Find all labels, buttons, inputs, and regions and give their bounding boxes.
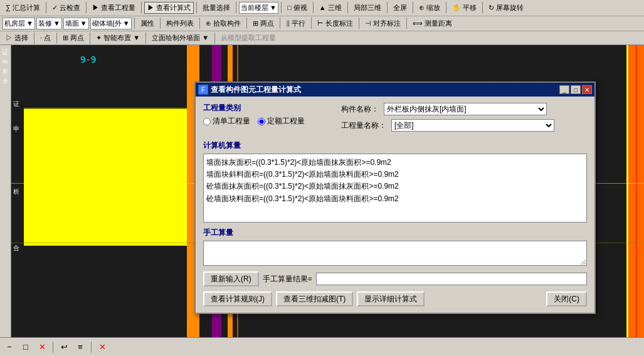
toolbar-wall-face[interactable]: 墙面▼	[63, 18, 89, 29]
toolbar-decor[interactable]: 装修▼	[36, 18, 62, 29]
toolbar-length-dim[interactable]: ⊢ 长度标注	[314, 18, 356, 29]
toolbar-view-formula[interactable]: ▶ 查看计算式	[144, 2, 194, 14]
toolbar-row3: ▷ 选择 · 点 ⊞ 两点 ✦ 智能布置 ▼ 立面绘制外墙面 ▼ 从模型提取工程…	[0, 31, 644, 45]
toolbar-3d[interactable]: ▲ 三维	[316, 2, 345, 14]
toolbar-local-3d[interactable]: 局部三维	[351, 2, 384, 14]
bottom-minus[interactable]: −	[3, 340, 16, 354]
toolbar-summary[interactable]: ∑ 汇总计算	[3, 2, 43, 14]
toolbar-measure[interactable]: ⟺ 测量距离	[409, 18, 455, 29]
toolbar-2pts[interactable]: ⊞ 两点	[60, 32, 87, 44]
toolbar-two-points[interactable]: ⊞ 两点	[250, 18, 277, 29]
manual-calc-title: 手工算量	[203, 228, 587, 238]
toolbar-component-list[interactable]: 构件列表	[163, 18, 197, 29]
toolbar-elevation-draw[interactable]: 立面绘制外墙面 ▼	[149, 32, 212, 44]
bottom-red-x[interactable]: ✕	[95, 340, 109, 354]
toolbar-row1: ∑ 汇总计算 ✓ 云检查 ▶ 查看工程量 ▶ 查看计算式 批量选择 当前楼层▼ …	[0, 0, 644, 16]
bottom-buttons-row: 查看计算规则(J) 查看三维扣减图(T) 显示详细计算式 关闭(C)	[203, 291, 587, 306]
bottom-square[interactable]: □	[19, 340, 33, 354]
view-rules-button[interactable]: 查看计算规则(J)	[203, 291, 272, 306]
toolbar-pan[interactable]: ✋ 平移	[449, 2, 480, 14]
toolbar-extract-qty[interactable]: 从模型提取工程量	[218, 32, 279, 44]
toolbar-zoom[interactable]: ⊕ 缩放	[416, 2, 443, 14]
dialog-calc-formula: F 查看构件图元工程量计算式 _ □ ✕ 工程量类别 清单工程量	[194, 81, 596, 314]
sep12	[482, 2, 483, 13]
toolbar-cloud-check[interactable]: ✓ 云检查	[49, 2, 83, 14]
manual-calc-input[interactable]	[203, 241, 587, 266]
cad-circle-inner	[28, 231, 33, 236]
sidebar-tool-2[interactable]: 申	[1, 58, 11, 66]
cad-right-yellow-line	[626, 45, 628, 337]
sep20	[406, 18, 407, 29]
sep19	[359, 18, 359, 29]
toolbar-rotate[interactable]: ↻ 屏幕旋转	[485, 2, 527, 14]
sep11	[446, 2, 446, 13]
toolbar-align-dim[interactable]: ⊣ 对齐标注	[362, 18, 404, 29]
machine-calc-textarea[interactable]: 墙面抹灰面积=((0.3*1.5)*2)<原始墙面抹灰面积>=0.9m2 墙面块…	[203, 154, 587, 223]
bottom-bar: − □ ✕ ↩ ≡ ✕	[0, 337, 644, 356]
dialog-minimize-button[interactable]: _	[559, 85, 569, 94]
sidebar-tool-3[interactable]: 析	[1, 68, 11, 76]
dialog-icon: F	[198, 85, 208, 95]
manual-result-label: 手工算量结果=	[263, 274, 312, 285]
toolbar-batch-select[interactable]: 批量选择	[199, 2, 233, 14]
sidebar-tool-1[interactable]: 证	[1, 48, 11, 57]
toolbar-floor-dropdown[interactable]: 当前楼层▼	[239, 2, 278, 14]
toolbar-masonry[interactable]: 砌体墙[外▼	[90, 18, 132, 29]
sep4	[196, 2, 197, 13]
component-fields-section: 构件名称： 外栏板内侧抹灰[内墙面] 工程量名称： [全部]	[341, 103, 587, 135]
machine-calc-title: 计算机算量	[203, 140, 587, 151]
toolbar-view-plan[interactable]: □ 俯视	[284, 2, 310, 14]
bottom-sep1	[53, 342, 53, 353]
radio-quota-item[interactable]: 定额工程量	[258, 116, 305, 127]
toolbar-view-qty[interactable]: ▶ 查看工程量	[89, 2, 139, 14]
toolbar-parallel[interactable]: ∥ 平行	[283, 18, 309, 29]
sep24	[145, 33, 146, 44]
quantity-name-select[interactable]: [全部]	[391, 119, 554, 132]
dialog-close-x-button[interactable]: ✕	[582, 85, 592, 94]
sep9	[387, 2, 388, 13]
toolbar-pick[interactable]: ⊕ 拾取构件	[203, 18, 244, 29]
reinput-button[interactable]: 重新输入(R)	[203, 271, 259, 286]
show-detail-button[interactable]: 显示详细计算式	[357, 291, 425, 306]
toolbar-property[interactable]: 属性	[137, 18, 157, 29]
cad-line-v1	[187, 45, 188, 337]
sidebar-tool-4[interactable]: 合	[1, 77, 11, 85]
component-name-label: 构件名称：	[341, 104, 379, 115]
close-button[interactable]: 关闭(C)	[546, 291, 587, 306]
radio-quota-input[interactable]	[258, 118, 265, 125]
toolbar-floor-layer[interactable]: 机房层▼	[3, 18, 35, 29]
radio-list-input[interactable]	[203, 118, 211, 125]
bottom-menu[interactable]: ≡	[73, 340, 87, 354]
sep2	[86, 2, 87, 13]
manual-result-row: 重新输入(R) 手工算量结果=	[203, 271, 587, 286]
sep18	[311, 18, 312, 29]
engineering-type-label: 工程量类别	[203, 103, 329, 113]
bottom-undo[interactable]: ↩	[57, 340, 71, 354]
toolbar-select[interactable]: ▷ 选择	[3, 32, 31, 44]
component-name-select[interactable]: 外栏板内侧抹灰[内墙面]	[384, 103, 547, 115]
dialog-title: 查看构件图元工程量计算式	[211, 85, 557, 95]
calc-line-3: 砼墙面抹灰面积=((0.3*1.5)*2)<原始墙面抹灰面积>=0.9m2	[206, 181, 584, 192]
manual-result-value[interactable]	[316, 273, 587, 285]
sep17	[280, 18, 280, 29]
dialog-body: 工程量类别 清单工程量 定额工程量 构件名称： 外	[196, 97, 594, 313]
dialog-control-buttons: _ □ ✕	[559, 85, 592, 94]
toolbar-fullscreen[interactable]: 全屏	[390, 2, 410, 14]
toolbar-row2: 机房层▼ 装修▼ 墙面▼ 砌体墙[外▼ 属性 构件列表 ⊕ 拾取构件 ⊞ 两点 …	[0, 16, 644, 31]
bottom-sep2	[91, 342, 92, 353]
toolbar-smart-layout[interactable]: ✦ 智能布置 ▼	[93, 32, 143, 44]
sep7	[313, 2, 314, 13]
view-3d-button[interactable]: 查看三维扣减图(T)	[276, 291, 353, 306]
manual-calc-section: 手工算量 重新输入(R) 手工算量结果=	[203, 228, 587, 286]
radio-group: 清单工程量 定额工程量	[203, 116, 329, 127]
cad-label-99: 9-9	[80, 55, 96, 65]
sep14	[160, 18, 161, 29]
quantity-name-label: 工程量名称：	[341, 120, 386, 131]
sep6	[281, 2, 282, 13]
dialog-restore-button[interactable]: □	[571, 85, 581, 94]
bottom-x[interactable]: ✕	[35, 340, 49, 354]
sep25	[214, 33, 215, 44]
sep13	[134, 18, 135, 29]
radio-list-item[interactable]: 清单工程量	[203, 116, 250, 127]
toolbar-point[interactable]: · 点	[37, 32, 54, 44]
